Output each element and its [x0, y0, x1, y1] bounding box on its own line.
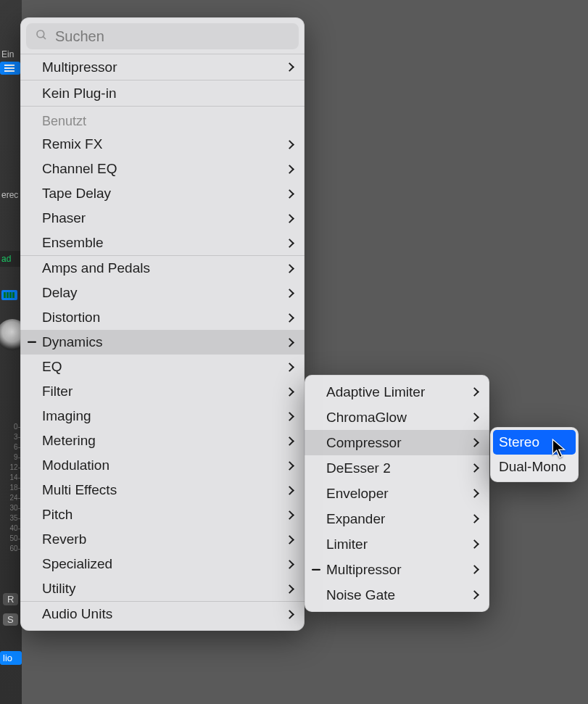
menu-item-audio-units[interactable]: Audio Units [20, 602, 305, 626]
chevron-right-icon [285, 214, 294, 223]
menu-item-eq[interactable]: EQ [20, 355, 305, 379]
subitem-label: Compressor [326, 435, 471, 451]
svg-line-1 [43, 36, 46, 39]
menu-item-no-plugin[interactable]: Kein Plug-in [20, 80, 305, 106]
chevron-right-icon [285, 510, 294, 520]
svg-point-0 [37, 30, 44, 38]
mode-option-dual-mono[interactable]: Dual-Mono [490, 455, 579, 479]
menu-item-label: Multipressor [42, 59, 286, 75]
subitem-label: Multipressor [326, 562, 471, 578]
submenu-item-expander[interactable]: Expander [305, 506, 489, 531]
menu-item-metering[interactable]: Metering [20, 428, 305, 453]
chevron-right-icon [470, 463, 479, 473]
menu-item-reverb[interactable]: Reverb [20, 527, 305, 552]
search-field[interactable] [26, 23, 299, 49]
chevron-right-icon [285, 363, 294, 372]
bg-label-ein: Ein [0, 46, 22, 62]
chevron-right-icon [470, 438, 479, 447]
menu-item-remix-fx[interactable]: Remix FX [20, 132, 305, 157]
chevron-right-icon [470, 565, 479, 574]
bg-label-erec: erec [0, 187, 22, 203]
search-input[interactable] [55, 28, 290, 45]
submenu-item-enveloper[interactable]: Enveloper [305, 481, 489, 506]
menu-item-multi-effects[interactable]: Multi Effects [20, 478, 305, 502]
chevron-right-icon [470, 387, 479, 397]
submenu-item-adaptive-limiter[interactable]: Adaptive Limiter [305, 379, 489, 405]
menu-item-utility[interactable]: Utility [20, 576, 305, 601]
item-label: Metering [42, 433, 286, 449]
item-label: Remix FX [42, 136, 286, 152]
chevron-right-icon [470, 413, 479, 422]
item-label: Channel EQ [42, 161, 286, 177]
item-label: Modulation [42, 457, 286, 473]
chevron-right-icon [470, 590, 479, 600]
chevron-right-icon [285, 338, 294, 347]
menu-item-phaser[interactable]: Phaser [20, 206, 305, 231]
menu-item-distortion[interactable]: Distortion [20, 305, 305, 330]
chevron-right-icon [285, 62, 294, 72]
chevron-right-icon [285, 436, 294, 446]
chevron-right-icon [285, 239, 294, 248]
dash-indicator-icon [28, 341, 36, 343]
subitem-label: DeEsser 2 [326, 460, 471, 476]
menu-item-modulation[interactable]: Modulation [20, 453, 305, 478]
bg-button-r: R [3, 593, 18, 605]
chevron-right-icon [285, 313, 294, 323]
item-label: Delay [42, 285, 286, 301]
menu-item-filter[interactable]: Filter [20, 379, 305, 404]
chevron-right-icon [285, 140, 294, 149]
chevron-right-icon [285, 264, 294, 273]
chevron-right-icon [470, 514, 479, 523]
item-label: Distortion [42, 310, 286, 326]
subsubitem-label: Dual-Mono [499, 459, 570, 475]
chevron-right-icon [285, 560, 294, 569]
menu-item-delay[interactable]: Delay [20, 281, 305, 305]
bg-label-ad: ad [0, 251, 22, 267]
menu-item-channel-eq[interactable]: Channel EQ [20, 157, 305, 181]
chevron-right-icon [285, 387, 294, 397]
item-label: Dynamics [42, 334, 286, 350]
menu-item-amps-and-pedals[interactable]: Amps and Pedals [20, 256, 305, 281]
chevron-right-icon [470, 539, 479, 549]
item-label: Imaging [42, 408, 286, 424]
chevron-right-icon [470, 489, 479, 498]
chevron-right-icon [285, 165, 294, 174]
submenu-item-deesser-2[interactable]: DeEsser 2 [305, 455, 489, 481]
menu-item-imaging[interactable]: Imaging [20, 404, 305, 428]
chevron-right-icon [285, 535, 294, 544]
item-label: Multi Effects [42, 482, 286, 498]
menu-item-dynamics[interactable]: Dynamics [20, 330, 305, 355]
menu-item-specialized[interactable]: Specialized [20, 552, 305, 576]
chevron-right-icon [285, 584, 294, 594]
menu-item-tape-delay[interactable]: Tape Delay [20, 181, 305, 206]
submenu-item-chromaglow[interactable]: ChromaGlow [305, 405, 489, 430]
menu-item-pitch[interactable]: Pitch [20, 502, 305, 527]
item-label: Phaser [42, 210, 286, 226]
chevron-right-icon [285, 189, 294, 199]
submenu-compressor-mode: StereoDual-Mono [490, 427, 579, 482]
submenu-item-multipressor[interactable]: Multipressor [305, 557, 489, 582]
item-label: Ensemble [42, 235, 286, 251]
section-title-used: Benutzt [20, 107, 305, 132]
mode-option-stereo[interactable]: Stereo [493, 430, 576, 455]
submenu-item-noise-gate[interactable]: Noise Gate [305, 582, 489, 608]
item-label: Reverb [42, 531, 286, 547]
item-label: Utility [42, 581, 286, 597]
menu-item-ensemble[interactable]: Ensemble [20, 231, 305, 255]
chevron-right-icon [285, 610, 294, 619]
menu-item-multipressor[interactable]: Multipressor [20, 54, 305, 80]
plugin-menu: Multipressor Kein Plug-in Benutzt Remix … [20, 17, 305, 631]
item-label: Specialized [42, 556, 286, 572]
subitem-label: Limiter [326, 537, 471, 552]
item-label: EQ [42, 359, 286, 375]
submenu-item-limiter[interactable]: Limiter [305, 531, 489, 557]
item-label: Pitch [42, 507, 286, 523]
chevron-right-icon [285, 289, 294, 298]
submenu-item-compressor[interactable]: Compressor [305, 430, 489, 455]
item-label: Audio Units [42, 606, 286, 622]
subitem-label: Expander [326, 511, 471, 527]
bg-label-io: lio [0, 651, 22, 665]
bg-meter-ticks: 0- 3- 6- 9- 12- 14- 18- 24- 30- 35- 40- … [1, 422, 20, 554]
bg-waveform-icon [1, 290, 17, 300]
chevron-right-icon [285, 412, 294, 421]
